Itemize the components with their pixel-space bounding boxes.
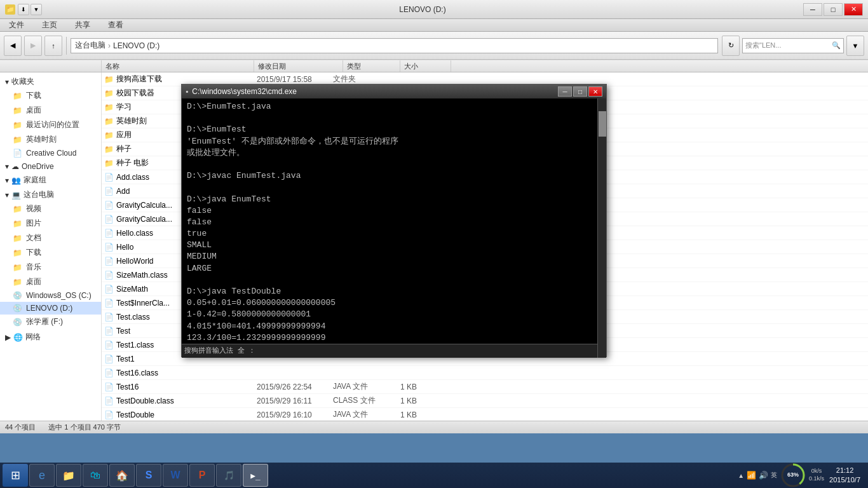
sidebar-item-desktop[interactable]: 📁 桌面 xyxy=(0,103,101,118)
sidebar-item-video[interactable]: 📁 视频 xyxy=(0,201,101,216)
quick-btn-2[interactable]: ▼ xyxy=(31,4,42,15)
taskbar-app-ppt[interactable]: P xyxy=(189,464,215,487)
table-row[interactable]: 📄TestDouble 2015/9/29 16:10 JAVA 文件 1 KB xyxy=(102,408,868,421)
taskbar-app-desktop[interactable]: 🏠 xyxy=(109,464,135,487)
minimize-button[interactable]: ─ xyxy=(803,3,822,16)
table-row[interactable]: 📄TestDouble.class 2015/9/29 16:11 CLASS … xyxy=(102,394,868,408)
col-date[interactable]: 修改日期 xyxy=(254,60,343,72)
address-bar[interactable]: 这台电脑 › LENOVO (D:) xyxy=(71,38,718,53)
taskbar-app-explorer[interactable]: 📁 xyxy=(56,464,81,487)
file-icon: 📄 xyxy=(104,187,114,196)
systray: ▲ 📶 🔊 英 63% 0k/s 0.1k/s 21:12 2 xyxy=(733,462,865,488)
sidebar-favorites-header[interactable]: ▾ 收藏夹 xyxy=(0,75,101,88)
search-bar[interactable]: 搜索"LEN... 🔍 xyxy=(742,38,844,53)
tab-file[interactable]: 文件 xyxy=(5,18,28,32)
sidebar-item-pictures[interactable]: 📁 图片 xyxy=(0,216,101,231)
sidebar-pc-header[interactable]: ▾ 💻 这台电脑 xyxy=(0,188,101,201)
sidebar-label-dl: 下载 xyxy=(26,247,41,258)
search-icon[interactable]: 🔍 xyxy=(832,41,841,50)
maximize-button[interactable]: □ xyxy=(824,3,843,16)
cmd-line: D:\>java TestDouble xyxy=(187,286,591,297)
cmd-body: D:\>EnumTest.java D:\>EnumTest 'EnumTest… xyxy=(182,98,606,358)
sidebar-item-label-4: 英雄时刻 xyxy=(26,134,57,145)
sidebar-item-desktop2[interactable]: 📁 桌面 xyxy=(0,274,101,289)
arrow-icon: ▾ xyxy=(5,78,9,86)
toolbar: ◀ ▶ ↑ 这台电脑 › LENOVO (D:) ↻ 搜索"LEN... 🔍 ▼ xyxy=(0,32,868,60)
folder-icon: 📁 xyxy=(104,145,114,154)
sidebar-label-f: 张学雁 (F:) xyxy=(26,316,63,327)
options-button[interactable]: ▼ xyxy=(846,36,864,56)
tab-home[interactable]: 主页 xyxy=(38,18,61,32)
sidebar-item-label-5: Creative Cloud xyxy=(26,149,76,158)
battery-widget[interactable]: 63% xyxy=(780,462,806,488)
sidebar-item-c-drive[interactable]: 💿 Windows8_OS (C:) xyxy=(0,289,101,302)
sidebar-network-label: 网络 xyxy=(25,332,41,342)
start-button[interactable]: ⊞ xyxy=(3,464,28,487)
sidebar-network-header[interactable]: ▶ 🌐 网络 xyxy=(0,330,101,344)
sidebar-item-creative-cloud[interactable]: 📄 Creative Cloud xyxy=(0,147,101,159)
col-type[interactable]: 类型 xyxy=(343,60,400,72)
ppt-icon: P xyxy=(199,470,206,481)
arrow-icon-od: ▾ xyxy=(5,162,9,171)
tray-network[interactable]: 📶 xyxy=(747,471,756,480)
path-drive[interactable]: LENOVO (D:) xyxy=(113,41,159,50)
table-row[interactable]: 📄Test16.class xyxy=(102,366,868,380)
tray-speaker[interactable]: 🔊 xyxy=(759,471,768,480)
sidebar-item-dl[interactable]: 📁 下载 xyxy=(0,245,101,260)
sidebar-item-d-drive[interactable]: 💿 LENOVO (D:) xyxy=(0,302,101,315)
sidebar-label-video: 视频 xyxy=(26,203,41,214)
tray-ime-en[interactable]: 英 xyxy=(771,471,777,480)
cmd-line: SMALL xyxy=(187,240,591,251)
sidebar-item-music[interactable]: 📁 音乐 xyxy=(0,260,101,274)
file-icon: 📄 xyxy=(104,271,114,280)
taskbar-app-word[interactable]: W xyxy=(163,464,188,487)
sidebar-onedrive-header[interactable]: ▾ ☁ OneDrive xyxy=(0,161,101,172)
tray-arrow[interactable]: ▲ xyxy=(738,472,744,479)
file-icon: 📄 xyxy=(104,285,114,294)
sidebar-item-f-drive[interactable]: 💿 张学雁 (F:) xyxy=(0,315,101,329)
taskbar-app-ie[interactable]: e xyxy=(29,464,55,487)
taskbar-app-store[interactable]: 🛍 xyxy=(83,464,108,487)
sidebar-label-c: Windows8_OS (C:) xyxy=(26,291,92,300)
sidebar: ▾ 收藏夹 📁 下载 📁 桌面 📁 最近访问的位置 xyxy=(0,72,102,421)
path-computer[interactable]: 这台电脑 xyxy=(75,40,105,51)
sidebar-item-downloads[interactable]: 📁 下载 xyxy=(0,88,101,103)
title-bar-left: 📁 ⬇ ▼ xyxy=(5,4,42,15)
tab-view[interactable]: 查看 xyxy=(104,18,127,32)
homegroup-icon: 👥 xyxy=(11,176,21,185)
close-button[interactable]: ✕ xyxy=(844,3,863,16)
cmd-close[interactable]: ✕ xyxy=(588,86,602,97)
sidebar-label-pics: 图片 xyxy=(26,218,41,229)
taskbar-app-cmd[interactable]: ▶_ xyxy=(243,464,268,487)
folder-icon: 📁 xyxy=(104,89,114,98)
refresh-button[interactable]: ↻ xyxy=(722,36,740,56)
cmd-maximize[interactable]: □ xyxy=(573,86,587,97)
forward-button[interactable]: ▶ xyxy=(24,36,42,56)
ie-icon: e xyxy=(39,469,45,482)
window: 📁 ⬇ ▼ LENOVO (D:) ─ □ ✕ 文件 主页 共享 查看 ◀ ▶ … xyxy=(0,0,868,488)
selected-info: 选中 1 个项目 470 字节 xyxy=(48,423,121,432)
sidebar-item-recent[interactable]: 📁 最近访问的位置 xyxy=(0,118,101,132)
clock[interactable]: 21:12 2015/10/7 xyxy=(829,466,860,485)
taskbar-app-sogou[interactable]: S xyxy=(136,464,161,487)
sidebar-homegroup-header[interactable]: ▾ 👥 家庭组 xyxy=(0,173,101,187)
cmd-minimize[interactable]: ─ xyxy=(558,86,572,97)
cmd-scrollbar[interactable] xyxy=(597,98,606,358)
taskbar-app-music[interactable]: 🎵 xyxy=(216,464,241,487)
folder-icon-music: 📁 xyxy=(13,263,22,272)
cmd-line: 123.3/100=1.2329999999999999 xyxy=(187,332,591,344)
sidebar-item-hero[interactable]: 📁 英雄时刻 xyxy=(0,132,101,147)
up-speed: 0.1k/s xyxy=(809,475,824,483)
up-button[interactable]: ↑ xyxy=(44,36,62,56)
sidebar-item-docs[interactable]: 📁 文档 xyxy=(0,231,101,245)
col-name[interactable]: 名称 xyxy=(102,60,254,72)
col-size[interactable]: 大小 xyxy=(400,60,451,72)
drive-icon-c: 💿 xyxy=(13,291,22,300)
quick-btn-1[interactable]: ⬇ xyxy=(18,4,29,15)
tab-share[interactable]: 共享 xyxy=(71,18,94,32)
table-row[interactable]: 📄Test16 2015/9/26 22:54 JAVA 文件 1 KB xyxy=(102,380,868,394)
folder-icon: 📁 xyxy=(104,75,114,84)
file-icon-cc: 📄 xyxy=(13,149,22,158)
sogou-icon: S xyxy=(146,470,153,481)
back-button[interactable]: ◀ xyxy=(4,36,22,56)
